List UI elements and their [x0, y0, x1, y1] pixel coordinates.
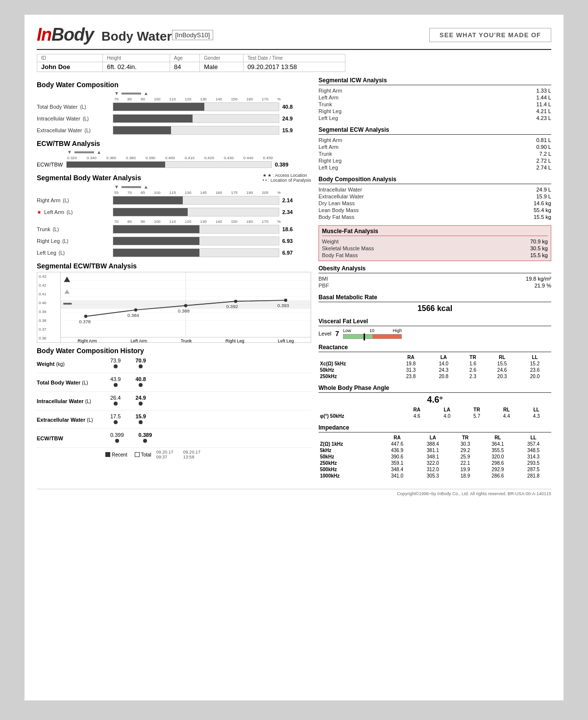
hist-weight-p1: 73.9 [110, 358, 121, 370]
phase-angle-table: RALATRRLLL φ(°) 50kHz 4.64.05.74.44.3 [318, 407, 551, 419]
seg-ecwtbw-section: Segmental ECW/TBW Analysis 0.43 0.42 0.4… [37, 262, 311, 343]
normal-bar [122, 93, 141, 95]
svg-marker-19 [64, 289, 70, 294]
reactance-row-250khz: 250kHz 23.820.82.320.320.0 [318, 373, 551, 380]
mf-smm: Skeletal Muscle Mass30.5 kg [322, 245, 548, 252]
seg-arrow-down: ▼ [114, 184, 119, 190]
visceral-fat-section: Visceral Fat Level Level 7 Low 10 High [318, 318, 551, 339]
bc-bfm: Body Fat Mass15.5 kg [318, 214, 551, 220]
height-label: Height [103, 54, 170, 62]
seg-trunk-value: 18.6 [282, 226, 293, 232]
seg-icw-rl: Right Leg4.21 L [318, 108, 551, 115]
impedance-section: Impedance RALATRRLLL Z(Ω) 1kHz 447.6388.… [318, 424, 551, 479]
vf-level-label: Level [318, 331, 331, 336]
tbw-label: Total Body Water [37, 104, 77, 110]
hist-icw-chart: 26.4 24.9 [105, 394, 311, 408]
vf-low-label: Low [343, 328, 351, 333]
seg-ecw-rl: Right Leg2.72 L [318, 157, 551, 164]
patient-table: ID Height Age Gender Test Date / Time Jo… [37, 54, 345, 72]
seg-ll-bar [113, 248, 279, 257]
recent-label: Recent [112, 452, 127, 457]
logo: InBody [37, 24, 94, 45]
tbw-value: 40.8 [282, 104, 293, 110]
test-label: Test Date / Time [243, 54, 345, 62]
hist-weight-row: Weight (kg) 73.9 70.9 [37, 357, 311, 373]
vf-gradient-bar [343, 334, 402, 339]
vf-mid: 10 [369, 328, 374, 333]
hist-ecw-label: Extracellular Water [37, 417, 85, 423]
ecwtbw-arrow-up: ▲ [97, 149, 101, 155]
muscle-fat-title: Muscle-Fat Analysis [322, 228, 548, 236]
ecwtbw-arrow-down: ▼ [67, 149, 72, 155]
mf-weight: Weight70.9 kg [322, 238, 548, 245]
bwc-scale: 708090100110120130140150160170% [114, 97, 311, 101]
seg-icw-title: Segmental ICW Analysis [318, 77, 551, 85]
body-water-composition-section: Body Water Composition ▼ ▲ 7080901001101… [37, 81, 311, 135]
ecwtbw-norm-bar [74, 151, 94, 153]
seg-icw-ll: Left Leg4.23 L [318, 115, 551, 121]
total-checkbox[interactable]: Total [135, 452, 151, 457]
seg-ecw-section: Segmental ECW Analysis Right Arm0.81 L L… [318, 126, 551, 171]
tbw-unit: (L) [80, 104, 86, 110]
hist-tbw-p1: 43.9 [110, 376, 121, 389]
chart-plot: 0.378 0.384 0.388 0.392 0.393 [61, 272, 311, 337]
seg-ra-bar [113, 196, 279, 205]
arrow-down-icon: ▼ [114, 91, 119, 96]
icw-label: Intracellular Water [37, 116, 80, 121]
reactance-row-50khz: 50kHz 31.324.32.624.623.6 [318, 367, 551, 373]
slogan: SEE WHAT YOU'RE MADE OF [429, 28, 551, 42]
chart-x-labels: Right Arm Left Arm Trunk Right Leg Left … [61, 337, 311, 344]
hist-weight-p2: 70.9 [135, 358, 146, 370]
dot-icon: • [263, 178, 264, 183]
hist-icw-row: Intracellular Water (L) 26.4 24.9 [37, 394, 311, 410]
seg-left-leg-row: Left Leg (L) 6.97 [37, 248, 311, 257]
age-label: Age [170, 54, 199, 62]
hist-tbw-row: Total Body Water (L) 43.9 40.8 [37, 375, 311, 392]
hist-icw-p1: 26.4 [110, 395, 121, 408]
seg-rl-value: 6.93 [282, 238, 293, 244]
phase-angle-value: 4.6° [318, 395, 551, 405]
svg-text:0.384: 0.384 [127, 312, 139, 318]
ecw-value: 15.9 [282, 127, 293, 133]
dot-icon [139, 364, 143, 368]
reactance-table: RA LA TR RL LL Xc(Ω) 5kHz 19.814.01.615.… [318, 354, 551, 380]
bmr-title: Basal Metabolic Rate [318, 294, 551, 302]
seg-trunk-label: Trunk [37, 226, 50, 232]
patient-info-block: ID Height Age Gender Test Date / Time Jo… [37, 54, 551, 72]
history-footer: Recent Total 09.20.1709:37 09.20.1713:58 [37, 450, 311, 459]
icw-row: Intracellular Water (L) 24.9 [37, 114, 311, 123]
svg-point-8 [84, 315, 87, 318]
bc-ecw: Extracellular Water15.9 L [318, 193, 551, 200]
seg-ecw-ra: Right Arm0.81 L [318, 137, 551, 144]
svg-point-9 [134, 308, 137, 312]
left-column: Body Water Composition ▼ ▲ 7080901001101… [37, 77, 311, 484]
ecwtbw-label: ECW/TBW [37, 162, 66, 168]
bmr-value: 1566 kcal [318, 304, 551, 313]
seg-ecwtbw-title: Segmental ECW/TBW Analysis [37, 262, 311, 270]
id-label: ID [37, 54, 103, 62]
svg-rect-20 [63, 303, 72, 304]
imp-1khz: Z(Ω) 1kHz 447.6388.430.3364.1357.4 [318, 441, 551, 447]
hist-ecw-p2: 15.9 [135, 413, 146, 426]
vf-high-label: High [393, 328, 402, 333]
ecwtbw-row: ECW/TBW 0.389 [37, 161, 311, 168]
svg-point-10 [184, 304, 187, 308]
recent-checkbox[interactable]: Recent [105, 452, 127, 457]
impedance-title: Impedance [318, 424, 551, 432]
seg-la-bar [113, 208, 279, 216]
mf-bfm: Body Fat Mass15.5 kg [322, 252, 548, 259]
imp-50khz: 50kHz 390.6348.125.9320.0314.3 [318, 454, 551, 460]
icw-unit: (L) [83, 116, 89, 121]
ob-pbf: PBF21.9 % [318, 282, 551, 289]
hist-tbw-label: Total Body Water [37, 380, 80, 385]
dot-icon [114, 364, 118, 368]
svg-text:0.393: 0.393 [277, 303, 289, 308]
ecw-label: Extracellular Water [37, 127, 82, 133]
gender-value: Male [200, 62, 244, 72]
seg-right-leg-row: Right Leg (L) 6.93 [37, 237, 311, 245]
main-layout: Body Water Composition ▼ ▲ 7080901001101… [37, 77, 551, 484]
star-marker: ★ [37, 209, 42, 215]
vf-needle [364, 334, 365, 340]
total-label: Total [141, 452, 151, 457]
footer-text: Copyright©1996~by InBody Co., Ltd. All r… [397, 491, 551, 496]
